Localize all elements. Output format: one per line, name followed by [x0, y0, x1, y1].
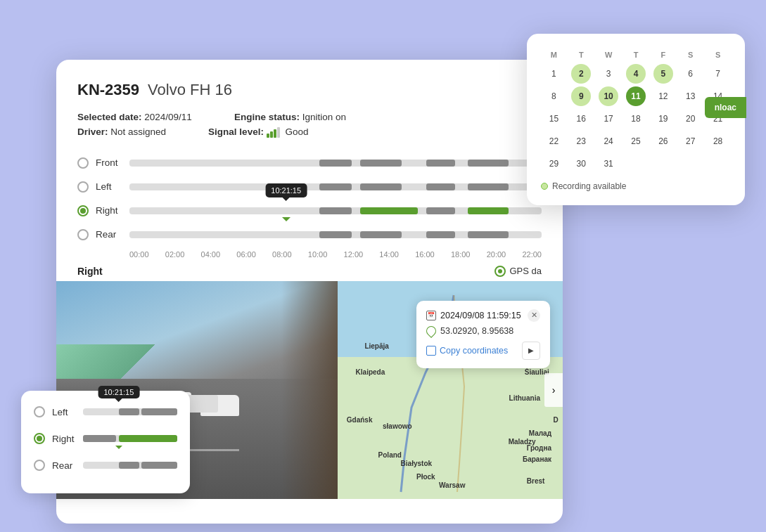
map-panel: Liepāja Jelgava Klaipeda Šiauliai Lithua… [338, 281, 563, 499]
cal-day-16[interactable]: 16 [571, 109, 591, 129]
cal-header-m: M [541, 48, 567, 62]
time-06: 06:00 [236, 250, 256, 259]
cal-day-24[interactable]: 24 [599, 131, 618, 151]
slide-arrow-button[interactable]: › [544, 373, 563, 407]
cal-day-27[interactable]: 27 [681, 131, 701, 151]
vehicle-model: Volvo FH 16 [148, 81, 232, 99]
cal-day-2[interactable]: 2 [571, 64, 591, 84]
cal-header-w: W [596, 48, 622, 62]
cal-day-8[interactable]: 8 [544, 86, 563, 106]
signal-value: Good [285, 126, 308, 137]
radio-right[interactable] [77, 205, 89, 216]
map-background: Liepāja Jelgava Klaipeda Šiauliai Lithua… [338, 281, 563, 499]
cal-day-29[interactable]: 29 [544, 154, 563, 174]
cal-day-19[interactable]: 19 [653, 109, 673, 129]
gps-icon [494, 266, 506, 277]
time-22: 22:00 [522, 250, 542, 259]
engine-status-field: Engine status: Ignition on [234, 112, 346, 122]
mini-radio-rear[interactable] [34, 460, 45, 471]
cal-day-22[interactable]: 22 [544, 131, 563, 151]
info-row-2: Driver: Not assigned Signal level: Good [77, 126, 542, 138]
mini-camera-row-right[interactable]: Right [34, 429, 177, 448]
camera-label-left: Left [96, 181, 129, 192]
mini-radio-left[interactable] [34, 406, 45, 417]
map-city-malad: Малад [529, 429, 551, 437]
driver-label: Driver: [77, 126, 108, 137]
timeline-bar-right: 10:21:15 [129, 207, 542, 214]
copy-icon [426, 346, 436, 356]
copy-coords-label: Copy coordinates [440, 346, 508, 356]
gps-data-label: GPS da [494, 266, 542, 277]
cal-header-t1: T [568, 48, 594, 62]
cal-day-31[interactable]: 31 [599, 154, 618, 174]
driver-field: Driver: Not assigned [77, 126, 166, 138]
radio-front[interactable] [77, 157, 89, 169]
cal-day-28[interactable]: 28 [708, 131, 728, 151]
calendar-grid: M T W T F S S 1 2 3 4 5 6 7 8 9 10 11 12… [541, 48, 731, 174]
map-city-grodno: Гродна [527, 444, 551, 452]
timeline-section: Front Left [77, 153, 542, 259]
cal-day-30[interactable]: 30 [571, 154, 591, 174]
mini-camera-row-left[interactable]: Left 10:21:15 [34, 402, 177, 422]
cal-day-7[interactable]: 7 [708, 64, 728, 84]
time-00: 00:00 [129, 250, 149, 259]
mini-tooltip: 10:21:15 [98, 386, 139, 398]
copy-coordinates-button[interactable]: Copy coordinates [426, 346, 508, 356]
map-city-liepaja: Liepāja [364, 342, 388, 350]
mini-popup-card: Left 10:21:15 Right Rear [21, 391, 190, 493]
vehicle-title: KN-2359 Volvo FH 16 [77, 81, 542, 99]
active-camera-name: Right [77, 266, 103, 277]
time-18: 18:00 [451, 250, 471, 259]
radio-rear[interactable] [77, 229, 89, 240]
play-button[interactable]: ▶ [522, 342, 540, 360]
time-14: 14:00 [379, 250, 399, 259]
cal-day-25[interactable]: 25 [626, 131, 646, 151]
map-city-stawo: sławowo [383, 422, 412, 430]
mini-radio-right[interactable] [34, 433, 45, 444]
gps-popup-date: 📅 2024/09/08 11:59:15 [426, 311, 521, 320]
cal-day-11[interactable]: 11 [626, 86, 646, 106]
cal-day-26[interactable]: 26 [653, 131, 673, 151]
window-edge [281, 281, 338, 499]
mini-camera-row-rear[interactable]: Rear [34, 455, 177, 475]
cal-day-12[interactable]: 12 [653, 86, 673, 106]
cal-day-15[interactable]: 15 [544, 109, 563, 129]
camera-row-rear[interactable]: Rear [77, 225, 542, 245]
cal-day-18[interactable]: 18 [626, 109, 646, 129]
signal-label: Signal level: [208, 126, 264, 137]
selected-date-field: Selected date: 2024/09/11 [77, 112, 192, 122]
radio-left[interactable] [77, 181, 89, 193]
cal-day-17[interactable]: 17 [599, 109, 618, 129]
gps-coordinates: 53.02920, 8.95638 [440, 326, 513, 336]
camera-row-left[interactable]: Left [77, 177, 542, 197]
camera-label-right: Right [96, 205, 129, 216]
cal-day-9[interactable]: 9 [571, 86, 591, 106]
cal-day-4[interactable]: 4 [626, 64, 646, 84]
mini-playhead-icon [115, 446, 122, 449]
map-city-warsaw: Warsaw [439, 481, 465, 489]
time-axis: 00:00 02:00 04:00 06:00 08:00 10:00 12:0… [77, 250, 542, 259]
cal-day-1[interactable]: 1 [544, 64, 563, 84]
download-button[interactable]: nloac [705, 97, 746, 118]
camera-row-front[interactable]: Front [77, 153, 542, 173]
timeline-bar-rear [129, 231, 542, 238]
cal-day-10[interactable]: 10 [599, 86, 618, 106]
map-city-klaipeda: Klaipeda [356, 368, 385, 376]
cal-day-3[interactable]: 3 [599, 64, 618, 84]
camera-row-right[interactable]: Right 10:21:15 [77, 201, 542, 221]
time-20: 20:00 [487, 250, 506, 259]
map-city-baranak: Баранак [523, 455, 551, 463]
cal-day-20[interactable]: 20 [681, 109, 701, 129]
cal-day-13[interactable]: 13 [681, 86, 701, 106]
legend-label: Recording available [552, 181, 626, 191]
gps-close-button[interactable]: ✕ [528, 309, 540, 322]
calendar-legend: Recording available [541, 181, 731, 191]
van [200, 395, 239, 416]
gps-popup-actions: Copy coordinates ▶ [426, 342, 540, 360]
gps-popup-header: 📅 2024/09/08 11:59:15 ✕ [426, 309, 540, 322]
timeline-bar-front [129, 160, 542, 167]
cal-day-5[interactable]: 5 [653, 64, 673, 84]
cal-day-6[interactable]: 6 [681, 64, 701, 84]
mini-label-right: Right [52, 434, 83, 444]
cal-day-23[interactable]: 23 [571, 131, 591, 151]
